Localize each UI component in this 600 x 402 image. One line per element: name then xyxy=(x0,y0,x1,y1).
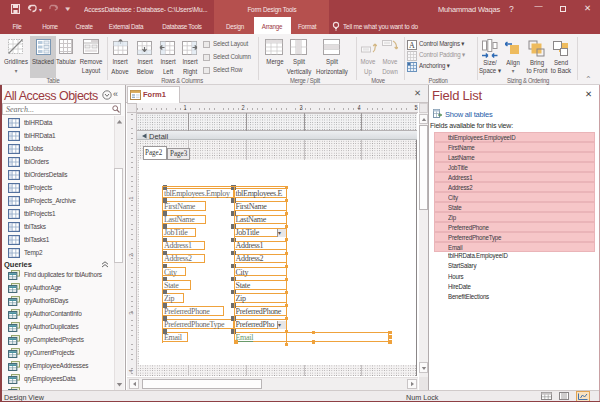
svg-text:A: A xyxy=(409,41,415,50)
